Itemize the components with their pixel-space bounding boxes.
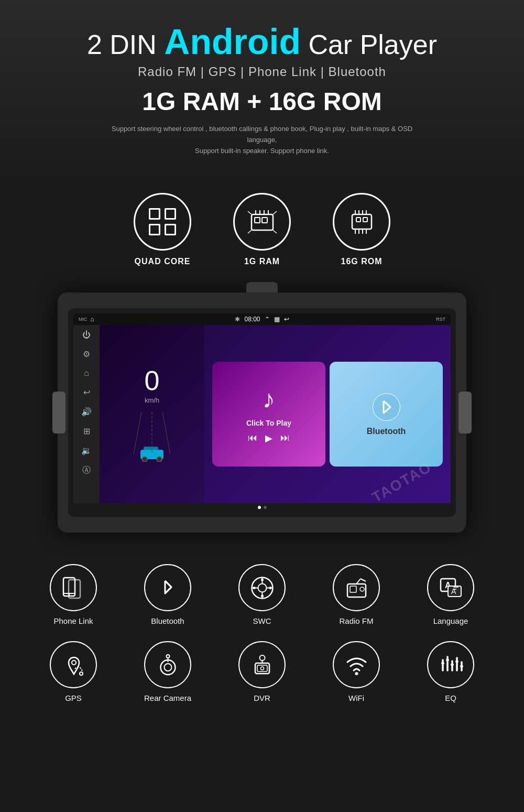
features-section: Phone Link Bluetooth bbox=[0, 548, 524, 734]
rear-camera-label: Rear Camera bbox=[144, 694, 191, 702]
svg-line-52 bbox=[361, 579, 366, 581]
status-bar: MIC ⌂ ✱ 08:00 ⌃ ▦ ↩ RST bbox=[73, 313, 451, 325]
bluetooth-card[interactable]: Bluetooth bbox=[330, 362, 443, 467]
rst-label: RST bbox=[436, 317, 445, 322]
rom-icon bbox=[333, 193, 390, 251]
specs-section: QUAD CORE 1G RAM bbox=[0, 182, 524, 282]
language-label: Language bbox=[433, 616, 468, 625]
svg-line-36 bbox=[165, 581, 171, 587]
wifi-label: WiFi bbox=[348, 694, 364, 702]
bluetooth-label: Bluetooth bbox=[151, 616, 184, 625]
music-card[interactable]: ♪ Click To Play ⏮ ▶ ⏭ bbox=[212, 362, 325, 467]
back-icon: ↩ bbox=[284, 316, 289, 323]
svg-point-44 bbox=[261, 578, 264, 581]
menu-icon: ▦ bbox=[274, 316, 280, 323]
power-icon[interactable]: ⏻ bbox=[82, 330, 91, 340]
svg-point-46 bbox=[253, 587, 255, 589]
car-unit: MIC ⌂ ✱ 08:00 ⌃ ▦ ↩ RST bbox=[58, 293, 466, 533]
ram-icon bbox=[233, 193, 291, 251]
dot-1 bbox=[258, 506, 261, 509]
svg-point-50 bbox=[360, 587, 364, 591]
svg-point-62 bbox=[164, 664, 171, 671]
volume-down-icon[interactable]: 🔉 bbox=[81, 446, 92, 456]
gps-icon-circle bbox=[50, 641, 97, 688]
android-home-icon: ⌂ bbox=[91, 316, 94, 323]
apps-icon[interactable]: ⊞ bbox=[83, 426, 90, 436]
gps-label: GPS bbox=[65, 694, 82, 702]
music-controls: ⏮ ▶ ⏭ bbox=[248, 432, 290, 444]
feature-swc: SWC bbox=[225, 564, 299, 625]
speed-value: 0 bbox=[145, 365, 160, 396]
svg-point-70 bbox=[355, 672, 358, 675]
mic-label: MIC bbox=[79, 317, 88, 322]
features-row-1: Phone Link Bluetooth bbox=[10, 564, 514, 625]
spec-quad-core: QUAD CORE bbox=[134, 193, 191, 266]
title-android: Android bbox=[164, 21, 301, 61]
svg-point-64 bbox=[166, 655, 169, 658]
svg-rect-12 bbox=[356, 218, 361, 222]
svg-line-3 bbox=[248, 211, 252, 214]
radio-fm-icon-circle bbox=[333, 564, 380, 611]
feature-bluetooth: Bluetooth bbox=[131, 564, 204, 625]
next-icon[interactable]: ⏭ bbox=[280, 432, 290, 444]
bluetooth-status-icon: ✱ bbox=[235, 316, 240, 323]
support-line2: Support built-in speaker. Support phone … bbox=[195, 147, 329, 155]
bluetooth-icon-circle bbox=[144, 564, 191, 611]
status-bar-right: RST bbox=[294, 317, 445, 322]
svg-rect-80 bbox=[460, 665, 463, 667]
feature-phone-link: Phone Link bbox=[37, 564, 110, 625]
bluetooth-card-icon bbox=[372, 393, 401, 421]
road-graphic bbox=[131, 412, 173, 454]
svg-rect-79 bbox=[455, 661, 458, 663]
speed-unit: km/h bbox=[145, 396, 159, 404]
feature-eq: EQ bbox=[414, 641, 487, 702]
svg-point-35 bbox=[68, 593, 70, 595]
eq-label: EQ bbox=[445, 694, 456, 702]
feature-dvr: DVR bbox=[225, 641, 299, 702]
svg-rect-76 bbox=[441, 662, 444, 664]
speed-widget: 0 km/h bbox=[100, 325, 204, 503]
subtitle-text: Radio FM | GPS | Phone Link | Bluetooth bbox=[10, 64, 514, 79]
android-icon[interactable]: Ⓐ bbox=[82, 465, 91, 476]
svg-line-51 bbox=[356, 579, 361, 584]
quad-core-label: QUAD CORE bbox=[135, 257, 191, 266]
svg-line-6 bbox=[273, 230, 277, 233]
feature-language: A A Language bbox=[414, 564, 487, 625]
rear-camera-icon-circle bbox=[144, 641, 191, 688]
left-handle bbox=[52, 392, 66, 434]
volume-up-icon[interactable]: 🔊 bbox=[81, 407, 92, 417]
svg-rect-2 bbox=[262, 218, 267, 223]
svg-line-37 bbox=[165, 587, 171, 593]
sidebar-panel: ⏻ ⚙ ⌂ ↩ 🔊 ⊞ 🔉 Ⓐ bbox=[73, 325, 100, 503]
svg-rect-1 bbox=[255, 218, 260, 223]
car-display-section: MIC ⌂ ✱ 08:00 ⌃ ▦ ↩ RST bbox=[0, 282, 524, 548]
svg-line-24 bbox=[162, 412, 170, 454]
feature-radio-fm: Radio FM bbox=[320, 564, 393, 625]
settings-icon[interactable]: ⚙ bbox=[83, 349, 90, 359]
ram-label: 1G RAM bbox=[244, 257, 280, 266]
status-bar-center: ✱ 08:00 ⌃ ▦ ↩ bbox=[235, 316, 289, 323]
feature-wifi: WiFi bbox=[320, 641, 393, 702]
ram-rom-text: 1G RAM + 16G ROM bbox=[10, 87, 514, 116]
svg-rect-13 bbox=[363, 218, 367, 222]
quad-core-icon bbox=[134, 193, 191, 251]
click-to-play-label: Click To Play bbox=[246, 419, 291, 427]
back-sidebar-icon[interactable]: ↩ bbox=[83, 387, 90, 397]
feature-gps: GPS bbox=[37, 641, 110, 702]
rom-label: 16G ROM bbox=[341, 257, 382, 266]
status-bar-left: MIC ⌂ bbox=[79, 316, 230, 323]
svg-text:A: A bbox=[451, 587, 456, 596]
home-icon[interactable]: ⌂ bbox=[84, 369, 89, 378]
svg-rect-77 bbox=[446, 659, 449, 661]
nav-icon: ⌃ bbox=[265, 316, 270, 323]
svg-point-61 bbox=[160, 660, 175, 675]
play-icon[interactable]: ▶ bbox=[265, 432, 272, 444]
svg-rect-11 bbox=[352, 214, 372, 229]
svg-point-29 bbox=[373, 393, 400, 420]
time-display: 08:00 bbox=[244, 316, 260, 323]
svg-line-4 bbox=[273, 211, 277, 214]
prev-icon[interactable]: ⏮ bbox=[248, 432, 257, 444]
spec-1g-ram: 1G RAM bbox=[233, 193, 291, 266]
eq-icon-circle bbox=[427, 641, 474, 688]
svg-point-59 bbox=[72, 661, 76, 665]
